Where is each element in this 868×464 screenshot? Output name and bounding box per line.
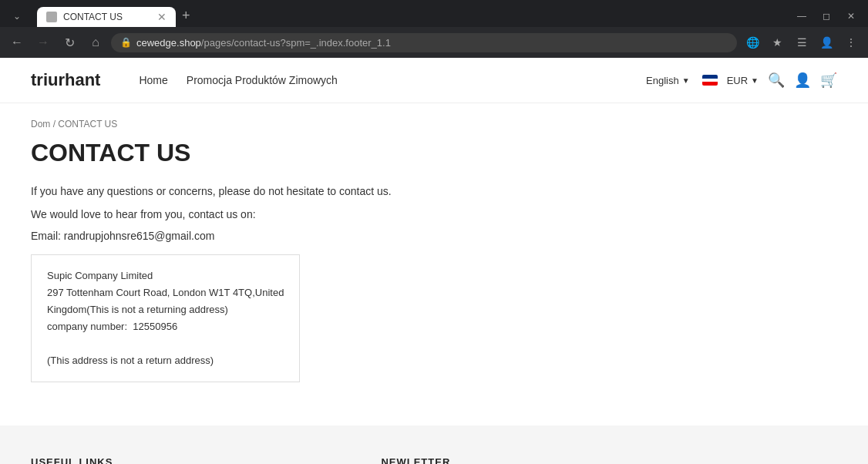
url-path: /pages/contact-us?spm=_.index.footer_1.1	[201, 37, 391, 49]
address-box: Supic Company Limited 297 Tottenham Cour…	[31, 254, 300, 383]
tab-close-button[interactable]: ✕	[157, 12, 167, 22]
minimize-button[interactable]: —	[791, 5, 812, 27]
site-logo[interactable]: triurhant	[31, 70, 100, 90]
return-note-in-box: (This address is not a return address)	[47, 352, 284, 369]
page-title: CONTACT US	[31, 139, 663, 167]
active-tab[interactable]: CONTACT US ✕	[37, 7, 176, 27]
contact-email-line: Email: randrupjohnsre615@gmail.com	[31, 230, 663, 242]
site-nav: Home Promocja Produktów Zimowych	[139, 74, 623, 86]
breadcrumb: Dom / CONTACT US	[31, 119, 663, 129]
language-selector[interactable]: English ▼	[646, 75, 690, 86]
url-domain: cewedge.shop	[136, 37, 201, 49]
cart-button[interactable]: 🛒	[820, 72, 837, 89]
tab-bar: CONTACT US ✕ +	[37, 5, 197, 27]
currency-chevron-icon: ▼	[751, 76, 759, 85]
bookmark-button[interactable]: ★	[766, 32, 788, 53]
site-header: triurhant Home Promocja Produktów Zimowy…	[0, 58, 868, 103]
newsletter-heading: NEWLETTER	[381, 456, 837, 464]
account-button[interactable]: 👤	[794, 72, 811, 89]
tab-title: CONTACT US	[63, 12, 123, 22]
email-label: Email:	[31, 230, 61, 242]
contact-intro2: We would love to hear from you, contact …	[31, 206, 663, 223]
menu-button[interactable]: ⋮	[840, 32, 862, 53]
back-button[interactable]: ←	[6, 32, 28, 53]
language-label: English	[646, 75, 679, 86]
company-number: 12550956	[133, 321, 177, 332]
close-window-button[interactable]: ✕	[840, 5, 862, 27]
page-content: triurhant Home Promocja Produktów Zimowy…	[0, 58, 868, 464]
window-controls: ⌄	[6, 5, 28, 27]
nav-home[interactable]: Home	[139, 74, 167, 86]
useful-links-heading: USEFUL LINKS	[31, 456, 335, 464]
home-button[interactable]: ⌂	[85, 32, 106, 53]
breadcrumb-current: CONTACT US	[58, 119, 117, 129]
newsletter-col: NEWLETTER We send great emails! Dołączyć	[381, 456, 837, 464]
forward-button[interactable]: →	[32, 32, 54, 53]
company-name: Supic Company Limited	[47, 267, 284, 284]
browser-window: ⌄ CONTACT US ✕ + — ◻ ✕ ← → ↻ ⌂ 🔒 cewedge…	[0, 0, 868, 464]
expand-button[interactable]: ⌄	[6, 5, 28, 27]
flag-icon-wrapper	[702, 75, 718, 86]
address-bar-row: ← → ↻ ⌂ 🔒 cewedge.shop/pages/contact-us?…	[0, 27, 868, 58]
lock-icon: 🔒	[120, 37, 132, 48]
profile-button[interactable]: 👤	[816, 32, 837, 53]
address-bar-url: cewedge.shop/pages/contact-us?spm=_.inde…	[136, 37, 728, 49]
breadcrumb-home[interactable]: Dom	[31, 119, 50, 129]
flag-icon	[702, 75, 718, 86]
company-number-line: company number: 12550956	[47, 318, 284, 335]
address-bar[interactable]: 🔒 cewedge.shop/pages/contact-us?spm=_.in…	[111, 33, 737, 52]
translate-button[interactable]: 🌐	[742, 32, 763, 53]
header-actions: English ▼ EUR ▼ 🔍 👤 🛒	[646, 72, 837, 89]
main-content: Dom / CONTACT US CONTACT US If you have …	[0, 103, 694, 425]
toolbar-actions: 🌐 ★ ☰ 👤 ⋮	[742, 32, 862, 53]
restore-button[interactable]: ◻	[816, 5, 837, 27]
address-line2: Kingdom(This is not a returning address)	[47, 301, 284, 318]
new-tab-button[interactable]: +	[176, 5, 197, 27]
company-number-label: company number:	[47, 321, 127, 332]
site-footer: USEFUL LINKS ORDER TRACKING PRIVACY POLI…	[0, 425, 868, 464]
extensions-button[interactable]: ☰	[791, 32, 812, 53]
currency-selector[interactable]: EUR ▼	[727, 75, 759, 86]
tab-favicon	[46, 12, 57, 22]
contact-intro1: If you have any questions or concerns, p…	[31, 183, 663, 200]
title-bar: ⌄ CONTACT US ✕ + — ◻ ✕	[0, 0, 868, 27]
address-line1: 297 Tottenham Court Road, London W1T 4TQ…	[47, 284, 284, 301]
currency-label: EUR	[727, 75, 748, 86]
chevron-down-icon: ▼	[682, 76, 690, 85]
email-link[interactable]: randrupjohnsre615@gmail.com	[64, 230, 215, 242]
nav-promotion[interactable]: Promocja Produktów Zimowych	[187, 74, 338, 86]
search-button[interactable]: 🔍	[768, 72, 785, 89]
footer-useful-links-col: USEFUL LINKS ORDER TRACKING PRIVACY POLI…	[31, 456, 335, 464]
reload-button[interactable]: ↻	[59, 32, 80, 53]
